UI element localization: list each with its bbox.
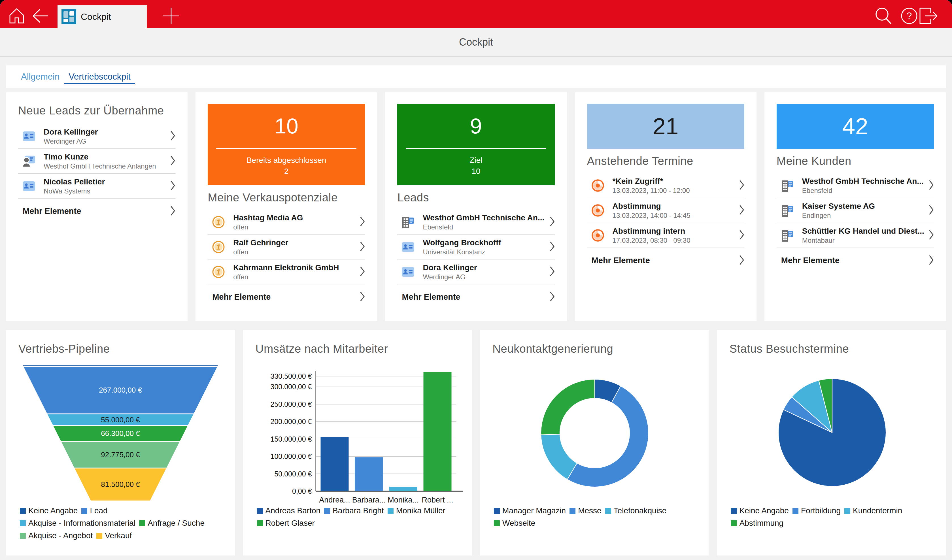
more-elements-button[interactable]: Mehr Elemente xyxy=(208,284,365,310)
legend-row: Akquise - AngebotVerkauf xyxy=(20,529,208,542)
list-item[interactable]: Kaiser Systeme AGEndingen xyxy=(777,198,934,223)
contact-card-wrap xyxy=(23,180,35,192)
contact-person-wrap xyxy=(23,155,35,167)
search-icon xyxy=(875,7,892,25)
y-axis-tick-label: 330.500,00 € xyxy=(270,372,312,380)
tab-cockpit[interactable]: Cockpit xyxy=(57,5,147,28)
chevron-right-icon xyxy=(550,241,555,252)
list-item[interactable]: Dora KellingerWerdinger AG xyxy=(397,259,555,284)
legend-item: Akquise - Informationsmaterial xyxy=(20,518,135,528)
more-elements-button[interactable]: Mehr Elemente xyxy=(397,284,555,310)
legend-item: Keine Angabe xyxy=(20,506,78,515)
y-axis-tick-label: 50.000,00 € xyxy=(274,470,312,478)
back-arrow-icon xyxy=(32,8,49,25)
legend-item: Andreas Barton xyxy=(257,506,321,515)
legend-swatch xyxy=(731,520,737,526)
chevron-right-icon xyxy=(360,241,365,252)
search-button[interactable] xyxy=(873,2,894,30)
list-item[interactable]: Westhof GmbH Technische An...Ebensfeld xyxy=(777,173,934,198)
list-item-chevron xyxy=(550,266,555,278)
list-item-subtitle: offen xyxy=(233,223,357,231)
list-item[interactable]: Westhof GmbH Technische An...Ebensfeld xyxy=(397,210,555,234)
list-item-title: Kaiser Systeme AG xyxy=(802,201,926,211)
list-item-subtitle: 13.03.2023, 11:00 - 12:00 xyxy=(613,187,736,195)
funnel-segment-value: 66.300,00 € xyxy=(101,429,140,438)
contact-card-wrap xyxy=(402,266,414,278)
contact-card-icon xyxy=(23,181,35,191)
legend-swatch xyxy=(570,508,575,514)
chevron-right-icon xyxy=(550,266,555,277)
list-item-title: Kahrmann Elektronik GmbH xyxy=(233,262,357,273)
view-tab-allgemein[interactable]: Allgemein xyxy=(17,65,64,88)
company-wrap xyxy=(781,179,794,192)
chevron-right-icon xyxy=(929,205,934,215)
legend-label: Telefonakquise xyxy=(614,506,667,515)
more-elements-label: Mehr Elemente xyxy=(781,256,926,265)
list-item[interactable]: 1 Hashtag Media AGoffen xyxy=(208,210,365,234)
list-item[interactable]: Abstimmung intern17.03.2023, 08:30 - 09:… xyxy=(587,223,744,248)
priority-1-badge-icon: 1 xyxy=(212,241,225,253)
list-item-text: Wolfgang BrockhofffUniversität Konstanz xyxy=(423,238,547,256)
legend-swatch xyxy=(20,520,26,526)
list-item[interactable]: Dora KellingerWerdinger AG xyxy=(18,124,175,149)
card-title: Leads xyxy=(397,191,555,204)
chart-legend: Andreas BartonBarbara BrightMonika Mülle… xyxy=(257,504,449,529)
list-item-chevron xyxy=(929,180,934,191)
list-item-chevron xyxy=(929,205,934,216)
legend-label: Barbara Bright xyxy=(332,506,384,515)
list-item-text: Abstimmung13.03.2023, 14:00 - 14:45 xyxy=(613,201,736,220)
legend-label: Akquise - Angebot xyxy=(28,531,93,540)
summary-cards-row: Neue Leads zur Übernahme Dora KellingerW… xyxy=(6,93,946,321)
list-item[interactable]: 1 Kahrmann Elektronik GmbHoffen xyxy=(208,259,365,284)
home-button[interactable] xyxy=(8,2,26,30)
list-item[interactable]: 1 Ralf Gehringeroffen xyxy=(208,234,365,259)
help-button[interactable]: ? xyxy=(901,2,918,30)
chevron-right-icon xyxy=(170,130,175,141)
card-title: Anstehende Termine xyxy=(587,155,744,167)
badge-one-wrap: 1 xyxy=(212,241,225,253)
legend-label: Manager Magazin xyxy=(502,506,566,515)
list-item[interactable]: *Kein Zugriff*13.03.2023, 11:00 - 12:00 xyxy=(587,173,744,198)
back-button[interactable] xyxy=(31,2,51,30)
more-elements-label: Mehr Elemente xyxy=(23,207,167,216)
legend-label: Abstimmung xyxy=(740,518,784,528)
legend-swatch xyxy=(605,508,611,514)
bar-chart-card: Umsätze nach Mitarbeiter330.500,00 €300.… xyxy=(243,330,472,555)
company-wrap xyxy=(781,204,794,217)
top-navigation-bar: Cockpit ? xyxy=(0,0,952,28)
more-elements-button[interactable]: Mehr Elemente xyxy=(18,199,175,224)
list-item[interactable]: Abstimmung13.03.2023, 14:00 - 14:45 xyxy=(587,198,744,223)
more-elements-button[interactable]: Mehr Elemente xyxy=(777,248,934,273)
legend-label: Lead xyxy=(90,506,107,515)
new-tab-button[interactable] xyxy=(160,2,182,30)
y-axis-tick-label: 250.000,00 € xyxy=(270,400,312,408)
legend-item: Monika Müller xyxy=(388,506,445,515)
legend-label: Andreas Barton xyxy=(266,506,321,515)
list-item-title: Ralf Gehringer xyxy=(233,238,357,248)
legend-row: Keine AngabeLead xyxy=(20,504,208,517)
list-item[interactable]: Nicolas PelletierNoWa Systems xyxy=(18,174,175,199)
more-elements-label: Mehr Elemente xyxy=(592,256,736,265)
logout-icon xyxy=(920,8,938,24)
chart-legend: Keine AngabeFortbildungKundenterminAbsti… xyxy=(731,504,906,529)
title-bar: Cockpit xyxy=(0,28,952,57)
list-item[interactable]: Wolfgang BrockhofffUniversität Konstanz xyxy=(397,234,555,259)
legend-item: Robert Glaser xyxy=(257,518,315,528)
list-item[interactable]: Schüttler KG Handel und Diest...Montabau… xyxy=(777,223,934,248)
view-tab-vertriebscockpit[interactable]: Vertriebscockpit xyxy=(64,65,135,88)
list-item[interactable]: Timo KunzeWesthof GmbH Technische Anlang… xyxy=(18,149,175,174)
legend-item: Lead xyxy=(81,506,107,515)
kpi-divider xyxy=(216,148,357,149)
legend-item: Webseite xyxy=(494,518,535,528)
kpi-subtitle: Bereits abgeschlossen xyxy=(246,156,326,165)
page-title: Cockpit xyxy=(459,36,493,48)
legend-swatch xyxy=(324,508,330,514)
summary-card-neue-leads: Neue Leads zur Übernahme Dora KellingerW… xyxy=(6,93,187,321)
list-item-title: Timo Kunze xyxy=(44,152,167,162)
more-elements-button[interactable]: Mehr Elemente xyxy=(587,248,744,273)
legend-swatch xyxy=(96,533,102,539)
appointment-icon xyxy=(592,204,604,217)
legend-row: Webseite xyxy=(494,517,670,529)
logout-button[interactable] xyxy=(919,2,939,30)
list-item-chevron xyxy=(739,205,744,216)
